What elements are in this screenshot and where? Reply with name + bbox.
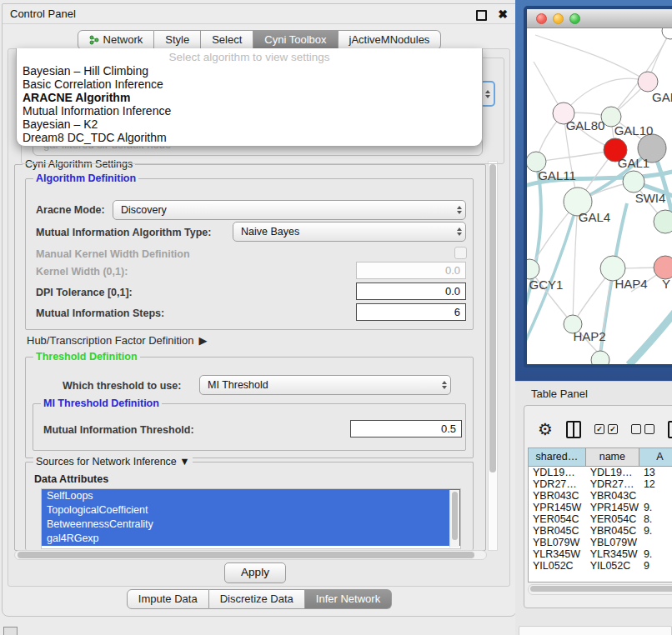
table-row[interactable]: YDL19…YDL19…13: [529, 467, 672, 478]
menu-item-selected[interactable]: ARACNE Algorithm: [17, 91, 482, 104]
tab-select[interactable]: Select: [201, 30, 253, 50]
mi-algorithm-type-select[interactable]: Naive Bayes: [233, 222, 466, 242]
table-row[interactable]: YIL052CYIL052C9: [529, 560, 672, 572]
expand-right-icon: ▶: [198, 334, 207, 347]
node-label: GCY1: [529, 278, 564, 292]
tab-infer-network[interactable]: Infer Network: [305, 589, 392, 609]
sources-title[interactable]: Sources for Network Inference ▼: [33, 456, 193, 468]
tab-discretize-data[interactable]: Discretize Data: [209, 589, 305, 609]
select-all-checkboxes-icon[interactable]: ✓✓: [594, 424, 618, 434]
which-threshold-select[interactable]: MI Threshold: [199, 375, 451, 395]
zoom-traffic-light[interactable]: [569, 13, 580, 24]
menu-item[interactable]: Basic Correlation Inference: [17, 78, 482, 91]
column-header-third[interactable]: A: [639, 448, 672, 467]
table-panel: ⚙ ✓✓ shared… name A YDL19…YDL19…13 YDR27…: [524, 405, 672, 608]
minimize-traffic-light[interactable]: [553, 13, 564, 24]
collapse-down-icon: ▼: [179, 456, 189, 468]
column-header-shared[interactable]: shared…: [529, 448, 586, 467]
node-label: GAL: [652, 90, 672, 104]
network-node[interactable]: [591, 351, 609, 365]
network-edge: [535, 35, 648, 82]
stepper-down-icon: [485, 95, 490, 98]
mi-steps-input[interactable]: 6: [356, 303, 466, 321]
mi-threshold-input[interactable]: 0.5: [350, 420, 462, 438]
node-table: shared… name A YDL19…YDL19…13 YDR27…YDR2…: [528, 448, 672, 582]
algorithm-dropdown-menu: Select algorithm to view settings Bayesi…: [16, 48, 483, 147]
attributes-scrollbar[interactable]: [449, 490, 459, 548]
list-item[interactable]: TopologicalCoefficient: [42, 503, 460, 518]
tab-network-label: Network: [103, 31, 143, 49]
tab-jactivemnodules[interactable]: jActiveMNodules: [339, 30, 442, 50]
menu-placeholder: Select algorithm to view settings: [17, 50, 482, 64]
network-node-salmon[interactable]: [654, 256, 672, 279]
menu-item[interactable]: Bayesian – K2: [17, 118, 482, 131]
deselect-all-checkboxes-icon[interactable]: [631, 424, 654, 434]
table-toolbar: ⚙ ✓✓: [524, 418, 672, 441]
table-horizontal-scrollbar[interactable]: [528, 584, 672, 595]
network-icon: [89, 35, 99, 45]
settings-vertical-scrollbar[interactable]: [488, 161, 498, 551]
network-node-gcy1[interactable]: [527, 259, 539, 279]
dpi-tolerance-label: DPI Tolerance [0,1]:: [36, 287, 133, 298]
aracne-mode-label: Aracne Mode:: [36, 204, 105, 216]
mi-steps-label: Mutual Information Steps:: [36, 308, 164, 319]
menu-item[interactable]: Bayesian – Hill Climbing: [17, 64, 482, 78]
apply-button[interactable]: Apply: [224, 562, 286, 583]
mi-algorithm-type-label: Mutual Information Algorithm Type:: [36, 227, 211, 238]
list-item[interactable]: SelfLoops: [42, 489, 460, 503]
bottom-panel-edge: [519, 626, 672, 635]
network-node-swi4[interactable]: [623, 171, 644, 192]
document-icon[interactable]: [668, 421, 672, 438]
tab-network[interactable]: Network: [78, 30, 155, 50]
table-panel-title: Table Panel: [531, 388, 588, 400]
kernel-width-input[interactable]: 0.0: [356, 262, 466, 279]
table-row[interactable]: YDR27…YDR27…12: [529, 478, 672, 490]
table-row[interactable]: YLR345WYLR345W9.: [529, 548, 672, 560]
gear-icon[interactable]: ⚙: [538, 420, 553, 438]
stepper-icon: [442, 376, 447, 394]
table-row[interactable]: YBR043CYBR043C: [529, 490, 672, 502]
list-item[interactable]: gal4RGexp: [42, 532, 460, 546]
network-node-gal[interactable]: [638, 72, 658, 92]
table-row[interactable]: YER054CYER054C8.: [529, 513, 672, 525]
tab-cyni-toolbox[interactable]: Cyni Toolbox: [253, 30, 338, 50]
network-edge: [629, 308, 672, 365]
stepper-icon: [457, 222, 462, 241]
restore-icon[interactable]: [476, 10, 487, 21]
list-item[interactable]: BetweennessCentrality: [42, 518, 460, 532]
sources-group: Sources for Network Inference ▼ Data Att…: [25, 462, 474, 550]
manual-kernel-checkbox[interactable]: [454, 247, 467, 259]
node-label: SWI4: [635, 191, 666, 205]
tab-style[interactable]: Style: [154, 30, 201, 50]
node-label: GAL4: [579, 210, 610, 224]
algorithm-definition-title: Algorithm Definition: [33, 172, 138, 185]
corner-widget[interactable]: [3, 627, 18, 635]
table-row[interactable]: YPR145WYPR145W9.: [529, 502, 672, 513]
network-canvas[interactable]: GAL GAL80 GAL10 GAL1 GAL11 SWI4 GAL4 GCY…: [527, 28, 672, 365]
network-node[interactable]: [654, 210, 672, 233]
threshold-definition-group: Threshold Definition Which threshold to …: [25, 357, 474, 458]
mi-threshold-definition-group: MI Threshold Definition Mutual Informati…: [33, 403, 466, 451]
control-panel-window: Control Panel ✖ Network Style Select: [2, 3, 517, 617]
mi-threshold-definition-title: MI Threshold Definition: [41, 398, 162, 410]
close-traffic-light[interactable]: [536, 13, 547, 24]
algorithm-definition-group: Algorithm Definition Aracne Mode: Discov…: [25, 178, 474, 330]
hub-tf-definition-toggle[interactable]: Hub/Transcription Factor Definition▶: [27, 334, 207, 347]
columns-icon[interactable]: [566, 421, 581, 438]
node-label: HAP4: [614, 277, 647, 291]
table-row[interactable]: YBR045CYBR045C9.: [529, 525, 672, 537]
network-node[interactable]: [662, 28, 672, 39]
settings-horizontal-scrollbar[interactable]: [14, 550, 487, 560]
table-panel-region: Table Panel ⚙ ✓✓ shared… name A YDL19…YD…: [515, 381, 672, 635]
tab-impute-data[interactable]: Impute Data: [127, 589, 209, 609]
menu-item[interactable]: Mutual Information Inference: [17, 104, 482, 118]
table-row[interactable]: YBL079WYBL079W: [529, 537, 672, 548]
dpi-tolerance-input[interactable]: 0.0: [356, 282, 466, 300]
stepper-icon: [457, 201, 462, 219]
close-icon[interactable]: ✖: [498, 6, 508, 22]
menu-item[interactable]: Dream8 DC_TDC Algorithm: [17, 131, 482, 144]
column-header-name[interactable]: name: [586, 448, 639, 467]
node-label: Y: [662, 277, 670, 291]
table-header-row: shared… name A: [529, 448, 672, 467]
aracne-mode-select[interactable]: Discovery: [113, 200, 466, 220]
